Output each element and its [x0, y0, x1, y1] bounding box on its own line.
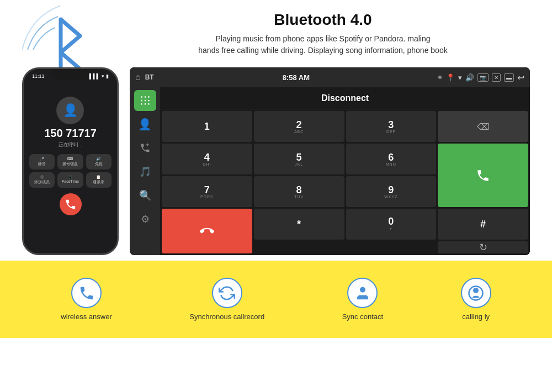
- contacts-btn[interactable]: 📋 通讯录: [86, 172, 112, 188]
- svg-point-10: [360, 287, 365, 292]
- svg-point-1: [141, 96, 142, 98]
- dial-6[interactable]: 6 MNO: [346, 144, 437, 174]
- keypad-label: 拨号键盘: [62, 161, 78, 167]
- svg-point-11: [473, 288, 479, 293]
- page-description: Playing music from phone apps like Spoti…: [116, 33, 530, 56]
- phone-time: 11:11: [32, 73, 45, 79]
- phone-status-bar: 11:11 ▌▌▌ ▾ ▮: [32, 73, 109, 79]
- car-disconnect-bar: Disconnect: [160, 87, 530, 109]
- car-dot: [438, 76, 442, 79]
- sync-contact-icon-circle: [347, 278, 378, 308]
- add-call-btn[interactable]: ➕ 添加成员: [29, 172, 55, 188]
- svg-point-2: [144, 96, 146, 98]
- car-bt-label: BT: [145, 73, 154, 81]
- feature-sync-callrecord: Synchronous callrecord: [189, 278, 264, 321]
- svg-point-5: [144, 100, 146, 102]
- sidebar-item-contacts[interactable]: 👤: [134, 114, 156, 135]
- header-text-block: Bluetooth 4.0 Playing music from phone a…: [116, 11, 530, 56]
- keypad-btn[interactable]: ⌨ 拨号键盘: [57, 154, 83, 169]
- mute-label: 静音: [38, 161, 46, 167]
- car-body: 👤 🎵 🔍 ⚙ Disconnect: [130, 87, 530, 255]
- wifi-icon: ▾: [102, 73, 104, 79]
- location-icon: 📍: [446, 73, 455, 82]
- dial-call-green[interactable]: [438, 144, 528, 207]
- dial-3[interactable]: 3 DEF: [346, 111, 437, 142]
- dial-1[interactable]: 1: [162, 111, 252, 142]
- svg-point-6: [148, 100, 150, 102]
- dial-refresh[interactable]: ↻: [438, 241, 528, 253]
- svg-point-9: [148, 103, 150, 105]
- facetime-icon: 📱: [68, 175, 73, 179]
- dial-star[interactable]: *: [254, 209, 344, 240]
- svg-point-8: [144, 103, 146, 105]
- feature-wireless-answer: wireless answer: [61, 278, 112, 321]
- feature-calling-ly: calling ly: [461, 278, 491, 321]
- caller-avatar: 👤: [56, 97, 84, 124]
- wireless-answer-icon: [78, 285, 95, 301]
- end-call-button[interactable]: [60, 193, 82, 215]
- back-icon[interactable]: ↩: [517, 72, 524, 83]
- contacts-label: 通讯录: [93, 179, 104, 185]
- add-call-icon: ➕: [40, 175, 45, 179]
- caller-info: 👤 150 71717 正在呼叫...: [44, 97, 97, 149]
- dialpad-icon: [139, 94, 151, 107]
- facetime-btn[interactable]: 📱 FaceTime: [57, 172, 83, 188]
- window-icon: ▬: [504, 73, 514, 82]
- end-call-icon: [200, 224, 214, 239]
- dial-9[interactable]: 9 WXYZ: [346, 176, 437, 207]
- feature-sync-contact: Sync contact: [342, 278, 383, 321]
- calling-ly-icon-circle: [461, 278, 491, 308]
- sync-callrecord-icon: [219, 285, 235, 301]
- sidebar-item-calls[interactable]: [134, 137, 156, 158]
- dial-4[interactable]: 4 GHI: [162, 144, 252, 174]
- dial-7[interactable]: 7 PQRS: [162, 176, 252, 207]
- sync-contact-label: Sync contact: [342, 312, 383, 321]
- svg-point-4: [141, 100, 142, 102]
- dial-hash[interactable]: #: [438, 209, 528, 240]
- sidebar-item-search[interactable]: 🔍: [134, 185, 156, 206]
- refresh-icon: ↻: [479, 241, 487, 253]
- car-sidebar: 👤 🎵 🔍 ⚙: [130, 87, 160, 255]
- bluetooth-header: Bluetooth 4.0 Playing music from phone a…: [22, 11, 530, 56]
- top-section: Bluetooth 4.0 Playing music from phone a…: [0, 0, 552, 62]
- dial-backspace[interactable]: ⌫: [438, 111, 528, 142]
- dial-0[interactable]: 0 +: [346, 209, 437, 240]
- dial-2[interactable]: 2 ABC: [254, 111, 344, 142]
- mute-icon: 🎤: [40, 157, 45, 161]
- phone-status-icons: ▌▌▌ ▾ ▮: [89, 73, 109, 79]
- main-content: 11:11 ▌▌▌ ▾ ▮ 👤 150 71717 正在呼叫... 🎤 静音: [0, 62, 552, 261]
- sync-callrecord-label: Synchronous callrecord: [189, 312, 264, 321]
- phone-number: 150 71717: [44, 127, 97, 140]
- svg-point-3: [148, 96, 150, 98]
- wireless-answer-icon-circle: [71, 278, 102, 308]
- calling-ly-icon: [468, 285, 484, 301]
- backspace-icon: ⌫: [477, 121, 490, 132]
- sidebar-item-music[interactable]: 🎵: [134, 161, 156, 182]
- svg-point-7: [141, 103, 142, 105]
- camera-icon: 📷: [477, 73, 489, 82]
- mute-btn[interactable]: 🎤 静音: [29, 154, 55, 169]
- sidebar-item-settings[interactable]: ⚙: [134, 209, 156, 230]
- add-call-label: 添加成员: [34, 179, 50, 185]
- sync-callrecord-icon-circle: [212, 278, 242, 308]
- car-home-icon[interactable]: ⌂: [135, 72, 141, 82]
- dial-8[interactable]: 8 TUV: [254, 176, 344, 207]
- car-screen: ⌂ BT 8:58 AM 📍 ▾ 🔊 📷 ✕ ▬ ↩: [130, 67, 530, 255]
- speaker-btn[interactable]: 🔊 免提: [86, 154, 112, 169]
- car-status-bar: ⌂ BT 8:58 AM 📍 ▾ 🔊 📷 ✕ ▬ ↩: [130, 67, 530, 87]
- close-icon: ✕: [492, 73, 501, 82]
- speaker-label: 免提: [95, 161, 103, 167]
- dial-end-call[interactable]: [162, 209, 252, 253]
- contacts-icon: 📋: [96, 175, 101, 179]
- calling-ly-label: calling ly: [462, 312, 490, 321]
- end-call-icon: [65, 198, 77, 210]
- wifi-signal-icon: ▾: [458, 73, 462, 82]
- call-icon: [476, 168, 490, 183]
- car-time: 8:58 AM: [283, 73, 310, 82]
- page-title: Bluetooth 4.0: [116, 11, 530, 29]
- car-main: Disconnect 1 2 ABC 3 DEF: [160, 87, 530, 255]
- facetime-label: FaceTime: [62, 179, 79, 183]
- signal-icon: ▌▌▌: [89, 73, 100, 79]
- dial-5[interactable]: 5 JKL: [254, 144, 344, 174]
- sidebar-item-dialpad[interactable]: [134, 90, 156, 111]
